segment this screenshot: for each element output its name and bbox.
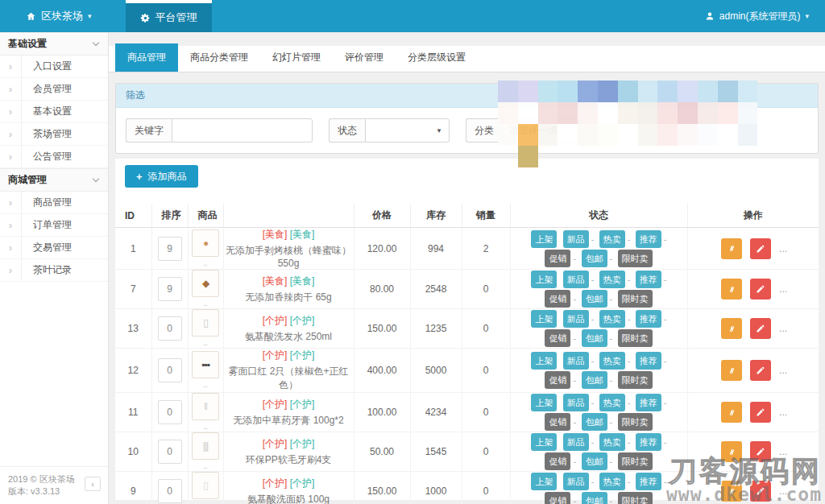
status-badge-new[interactable]: 新品 [563,394,589,411]
status-badge-promo[interactable]: 促销 [545,452,570,470]
sidebar-item-transaction-management[interactable]: › 交易管理 [0,237,108,259]
status-badge-limited[interactable]: 限时卖 [618,250,653,267]
status-badge-recommend[interactable]: 推荐 [636,310,661,328]
sort-input[interactable] [158,440,182,464]
edit-button[interactable] [750,360,771,381]
status-badge-limited[interactable]: 限时卖 [618,492,653,504]
category-select[interactable]: 请选择一级... [502,118,579,143]
link-button[interactable] [721,238,742,259]
status-badge-new[interactable]: 新品 [563,473,589,490]
status-badge-promo[interactable]: 促销 [545,250,570,267]
status-badge-hot[interactable]: 热卖 [599,433,625,451]
status-badge-recommend[interactable]: 推荐 [636,230,661,248]
more-actions[interactable]: ... [779,407,787,418]
status-badge-new[interactable]: 新品 [563,310,589,328]
link-button[interactable] [721,481,742,502]
status-badge-onsale[interactable]: 上架 [531,230,557,248]
product-thumbnail[interactable]: ‖ [192,393,219,420]
product-thumbnail[interactable]: ◆ [192,270,219,297]
status-badge-freeshipping[interactable]: 包邮 [582,290,607,308]
status-badge-limited[interactable]: 限时卖 [618,329,653,347]
status-badge-onsale[interactable]: 上架 [531,310,557,328]
more-actions[interactable]: ... [779,446,787,457]
status-badge-freeshipping[interactable]: 包邮 [582,329,607,347]
status-badge-recommend[interactable]: 推荐 [636,271,661,288]
edit-button[interactable] [750,402,771,423]
product-thumbnail[interactable]: ||| [192,432,219,460]
link-button[interactable] [721,402,742,423]
nav-user-menu[interactable]: admin(系统管理员) ▾ [690,0,825,32]
status-badge-hot[interactable]: 热卖 [599,394,625,411]
sidebar-section-mall-management[interactable]: 商城管理 [0,168,108,192]
edit-button[interactable] [750,318,771,339]
status-badge-freeshipping[interactable]: 包邮 [582,371,607,389]
status-badge-recommend[interactable]: 推荐 [636,352,661,370]
nav-brand[interactable]: 区块茶场 ▾ [11,0,106,32]
tab-slideshow-management[interactable]: 幻灯片管理 [260,43,333,72]
more-actions[interactable]: ... [779,243,787,254]
status-badge-hot[interactable]: 热卖 [599,271,625,288]
status-select[interactable]: ▼ [365,118,450,143]
sidebar-item-basic-settings[interactable]: › 基本设置 [0,101,108,123]
status-badge-promo[interactable]: 促销 [545,371,570,389]
status-badge-new[interactable]: 新品 [563,352,589,370]
edit-button[interactable] [750,279,771,300]
status-badge-new[interactable]: 新品 [563,230,589,248]
sidebar-item-member-management[interactable]: › 会员管理 [0,78,108,101]
product-thumbnail[interactable]: ▯ [192,472,219,499]
edit-button[interactable] [750,481,771,502]
status-badge-hot[interactable]: 热卖 [599,310,625,328]
status-badge-promo[interactable]: 促销 [545,329,570,347]
more-actions[interactable]: ... [779,283,787,295]
link-button[interactable] [721,279,742,300]
status-badge-new[interactable]: 新品 [563,271,589,288]
product-thumbnail[interactable]: ● [192,229,219,257]
sidebar-collapse-button[interactable]: ‹ [85,477,101,491]
status-badge-limited[interactable]: 限时卖 [618,290,653,308]
sidebar-item-teafarm-management[interactable]: › 茶场管理 [0,123,108,146]
sidebar-item-notice-management[interactable]: › 公告管理 [0,146,108,168]
product-thumbnail[interactable]: ▪▪▪ [192,351,219,378]
status-badge-limited[interactable]: 限时卖 [618,452,653,470]
status-badge-freeshipping[interactable]: 包邮 [582,250,607,267]
status-badge-onsale[interactable]: 上架 [531,271,557,288]
tab-category-level-settings[interactable]: 分类层级设置 [396,43,478,72]
link-button[interactable] [721,441,742,462]
tab-review-management[interactable]: 评价管理 [333,43,396,72]
more-actions[interactable]: ... [779,323,787,334]
status-badge-onsale[interactable]: 上架 [531,433,557,451]
more-actions[interactable]: ... [779,485,787,497]
sort-input[interactable] [158,237,182,261]
status-badge-promo[interactable]: 促销 [545,492,570,504]
status-badge-hot[interactable]: 热卖 [599,230,625,248]
tab-product-management[interactable]: 商品管理 [115,43,178,72]
status-badge-recommend[interactable]: 推荐 [636,433,661,451]
status-badge-promo[interactable]: 促销 [545,413,570,431]
status-badge-freeshipping[interactable]: 包邮 [582,452,607,470]
add-product-button[interactable]: + 添加商品 [125,165,198,188]
sort-input[interactable] [158,400,182,424]
sort-input[interactable] [158,277,182,301]
status-badge-onsale[interactable]: 上架 [531,394,557,411]
edit-button[interactable] [750,441,771,462]
sidebar-item-order-management[interactable]: › 订单管理 [0,214,108,237]
keyword-input[interactable] [172,118,313,143]
more-actions[interactable]: ... [779,365,787,376]
link-button[interactable] [721,318,742,339]
sidebar-item-product-management[interactable]: › 商品管理 [0,192,108,214]
status-badge-freeshipping[interactable]: 包邮 [582,413,607,431]
product-thumbnail[interactable]: ▯ [192,309,219,337]
status-badge-limited[interactable]: 限时卖 [618,371,653,389]
status-badge-recommend[interactable]: 推荐 [636,394,661,411]
status-badge-hot[interactable]: 热卖 [599,352,625,370]
status-badge-freeshipping[interactable]: 包邮 [582,492,607,504]
link-button[interactable] [721,360,742,381]
status-badge-onsale[interactable]: 上架 [531,473,557,490]
sidebar-item-entry-settings[interactable]: › 入口设置 [0,56,108,78]
sort-input[interactable] [158,358,182,382]
status-badge-new[interactable]: 新品 [563,433,589,451]
sort-input[interactable] [158,479,182,503]
sidebar-section-basic-settings[interactable]: 基础设置 [0,32,108,56]
status-badge-promo[interactable]: 促销 [545,290,570,308]
status-badge-limited[interactable]: 限时卖 [618,413,653,431]
